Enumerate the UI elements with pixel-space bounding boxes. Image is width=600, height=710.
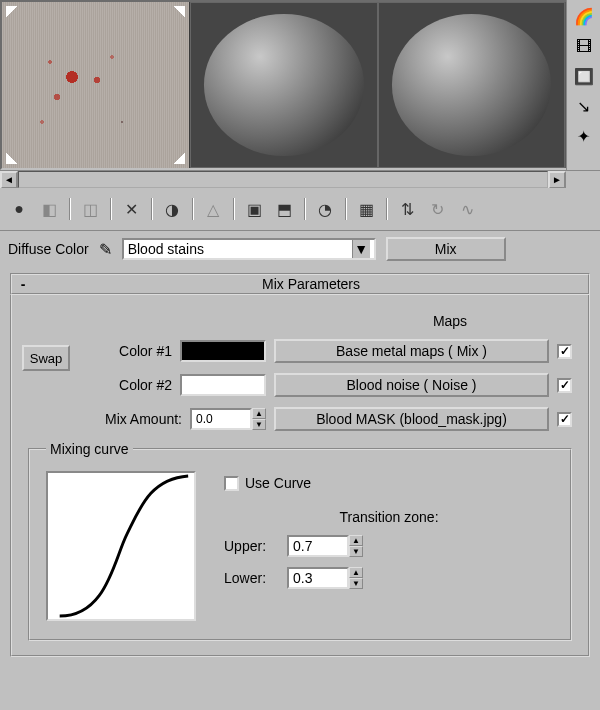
rollout-toggle-button[interactable]: -	[12, 276, 34, 292]
color2-swatch[interactable]	[180, 374, 266, 396]
use-curve-label: Use Curve	[245, 475, 311, 491]
material-preview-strip: 🌈 🎞 🔲 ↘ ✦	[0, 0, 600, 170]
eyedropper-icon[interactable]: ✎	[99, 240, 112, 259]
side-toolbar: 🌈 🎞 🔲 ↘ ✦	[566, 0, 600, 170]
maps-header: Maps	[328, 313, 572, 329]
rollout-title: Mix Parameters	[34, 276, 588, 292]
spinner-down-icon[interactable]: ▼	[252, 419, 266, 430]
material-name-dropdown[interactable]: Blood stains ▼	[122, 238, 376, 260]
scroll-right-button[interactable]: ►	[548, 171, 566, 189]
show-end-result-icon[interactable]: ▦	[353, 196, 379, 222]
mixing-curve-legend: Mixing curve	[46, 441, 133, 457]
lower-spinner[interactable]: ▲ ▼	[287, 567, 363, 589]
color1-swatch[interactable]	[180, 340, 266, 362]
spinner-up-icon[interactable]: ▲	[349, 535, 363, 546]
curve-preview	[46, 471, 196, 621]
material-type-button[interactable]: Mix	[386, 237, 506, 261]
separator-icon	[192, 198, 193, 220]
checker-bg-icon[interactable]: 🔲	[573, 66, 595, 88]
separator-icon	[151, 198, 152, 220]
spinner-down-icon[interactable]: ▼	[349, 578, 363, 589]
preview-slot-sphere-1[interactable]	[190, 2, 378, 168]
mix-amount-input[interactable]	[190, 408, 252, 430]
delete-icon[interactable]: ✕	[118, 196, 144, 222]
go-forward-icon[interactable]: ↻	[424, 196, 450, 222]
go-parent-icon[interactable]: ⇅	[394, 196, 420, 222]
assign-icon[interactable]: ↘	[573, 96, 595, 118]
get-material-icon[interactable]: ●	[6, 196, 32, 222]
preview-slot-sphere-2[interactable]	[378, 2, 566, 168]
upper-input[interactable]	[287, 535, 349, 557]
material-name-text: Blood stains	[128, 241, 204, 257]
spinner-up-icon[interactable]: ▲	[252, 408, 266, 419]
spinner-down-icon[interactable]: ▼	[349, 546, 363, 557]
scroll-track[interactable]	[18, 171, 548, 188]
lower-label: Lower:	[224, 570, 279, 586]
mixing-curve-group: Mixing curve Use Curve Transition zone:	[28, 441, 572, 641]
go-sibling-icon[interactable]: ∿	[454, 196, 480, 222]
make-unique-icon[interactable]: ◑	[159, 196, 185, 222]
sphere-icon	[204, 14, 364, 155]
color1-label: Color #1	[94, 343, 172, 359]
spinner-up-icon[interactable]: ▲	[349, 567, 363, 578]
separator-icon	[386, 198, 387, 220]
separator-icon	[304, 198, 305, 220]
sphere-icon	[392, 14, 552, 155]
preview-scrollbar[interactable]: ◄ ►	[0, 170, 600, 188]
use-curve-checkbox[interactable]	[224, 476, 239, 491]
separator-icon	[110, 198, 111, 220]
chevron-down-icon[interactable]: ▼	[352, 240, 370, 258]
film-icon[interactable]: 🎞	[573, 36, 595, 58]
lower-input[interactable]	[287, 567, 349, 589]
color2-map-checkbox[interactable]	[557, 378, 572, 393]
transition-zone-label: Transition zone:	[224, 509, 554, 525]
put-material-icon[interactable]: ◧	[36, 196, 62, 222]
mix-parameters-rollout: - Mix Parameters Maps Color #1 Base meta…	[10, 273, 590, 657]
mix-amount-spinner[interactable]: ▲ ▼	[190, 408, 266, 430]
assign-selection-icon[interactable]: ◫	[77, 196, 103, 222]
preview-slot-texture[interactable]	[2, 2, 190, 168]
color1-map-checkbox[interactable]	[557, 344, 572, 359]
color2-label: Color #2	[94, 377, 172, 393]
scroll-left-button[interactable]: ◄	[0, 171, 18, 189]
material-toolbar: ● ◧ ◫ ✕ ◑ △ ▣ ⬒ ◔ ▦ ⇅ ↻ ∿	[0, 188, 600, 231]
sample-type-icon[interactable]: 🌈	[573, 6, 595, 28]
upper-spinner[interactable]: ▲ ▼	[287, 535, 363, 557]
show-map-icon[interactable]: ◔	[312, 196, 338, 222]
curve-line-icon	[48, 473, 194, 619]
slot-label: Diffuse Color	[8, 241, 89, 257]
save-preview-icon[interactable]: ⬒	[271, 196, 297, 222]
separator-icon	[233, 198, 234, 220]
swap-button[interactable]: Swap	[22, 345, 70, 371]
separator-icon	[69, 198, 70, 220]
mix-amount-map-button[interactable]: Blood MASK (blood_mask.jpg)	[274, 407, 549, 431]
separator-icon	[345, 198, 346, 220]
mix-amount-label: Mix Amount:	[94, 411, 182, 427]
color2-map-button[interactable]: Blood noise ( Noise )	[274, 373, 549, 397]
color1-map-button[interactable]: Base metal maps ( Mix )	[274, 339, 549, 363]
options-icon[interactable]: ✦	[573, 126, 595, 148]
upper-label: Upper:	[224, 538, 279, 554]
material-effects-icon[interactable]: ▣	[241, 196, 267, 222]
mix-amount-map-checkbox[interactable]	[557, 412, 572, 427]
put-library-icon[interactable]: △	[200, 196, 226, 222]
